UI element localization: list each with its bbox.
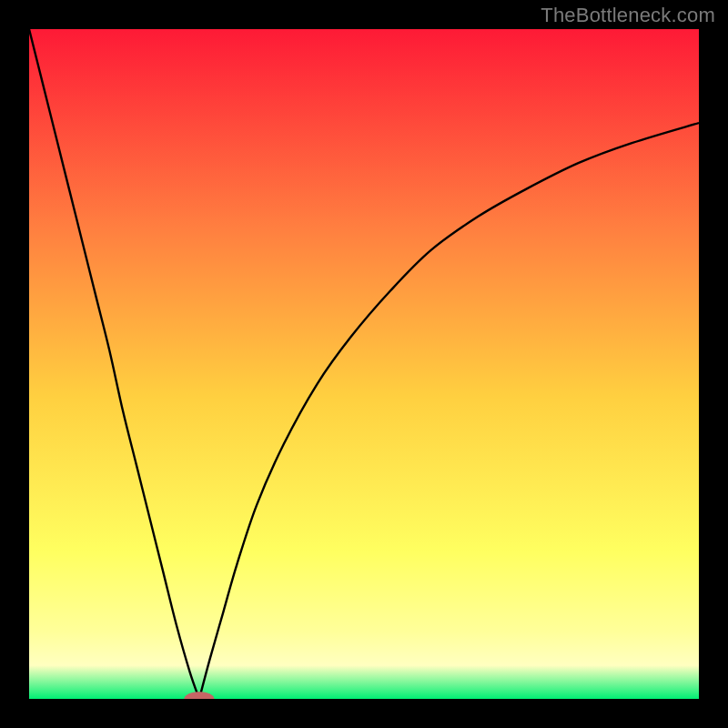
chart-svg — [29, 29, 699, 699]
gradient-background — [29, 29, 699, 699]
chart-frame: TheBottleneck.com — [0, 0, 728, 728]
bottleneck-chart — [29, 29, 699, 699]
watermark-text: TheBottleneck.com — [541, 4, 715, 27]
